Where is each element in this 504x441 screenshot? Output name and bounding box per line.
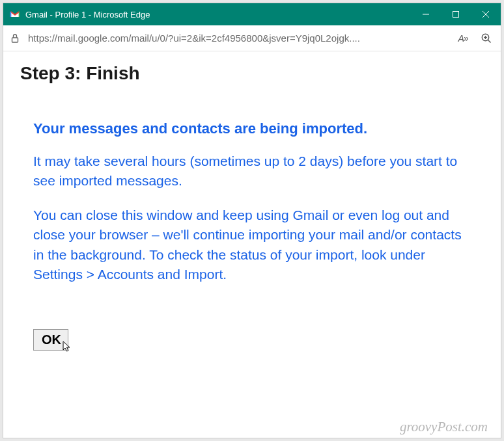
import-messages: Your messages and contacts are being imp… <box>20 120 484 285</box>
window-title: Gmail - Profile 1 - Microsoft Edge <box>25 10 411 20</box>
watermark-text: groovyPost.com <box>400 419 488 435</box>
zoom-icon[interactable] <box>479 31 494 46</box>
minimize-button[interactable] <box>411 3 441 25</box>
svg-line-6 <box>488 40 491 42</box>
address-bar: https://mail.google.com/mail/u/0/?ui=2&i… <box>3 25 501 51</box>
import-paragraph-2: You can close this window and keep using… <box>33 206 471 285</box>
ok-button[interactable]: OK <box>33 329 68 351</box>
step-title: Step 3: Finish <box>20 63 484 84</box>
cursor-icon <box>63 341 72 353</box>
ok-button-label: OK <box>42 332 61 347</box>
maximize-button[interactable] <box>441 3 471 25</box>
window-titlebar[interactable]: Gmail - Profile 1 - Microsoft Edge <box>3 3 501 25</box>
read-aloud-icon[interactable]: A» <box>455 31 471 46</box>
lock-icon[interactable] <box>10 32 20 45</box>
gmail-icon <box>10 9 20 20</box>
close-button[interactable] <box>471 3 501 25</box>
svg-rect-4 <box>12 38 18 42</box>
browser-window: Gmail - Profile 1 - Microsoft Edge https… <box>3 3 501 438</box>
import-heading: Your messages and contacts are being imp… <box>33 120 471 137</box>
page-content: Step 3: Finish Your messages and contact… <box>3 51 501 438</box>
import-paragraph-1: It may take several hours (sometimes up … <box>33 152 471 191</box>
url-text[interactable]: https://mail.google.com/mail/u/0/?ui=2&i… <box>28 33 447 44</box>
svg-rect-1 <box>453 12 459 18</box>
